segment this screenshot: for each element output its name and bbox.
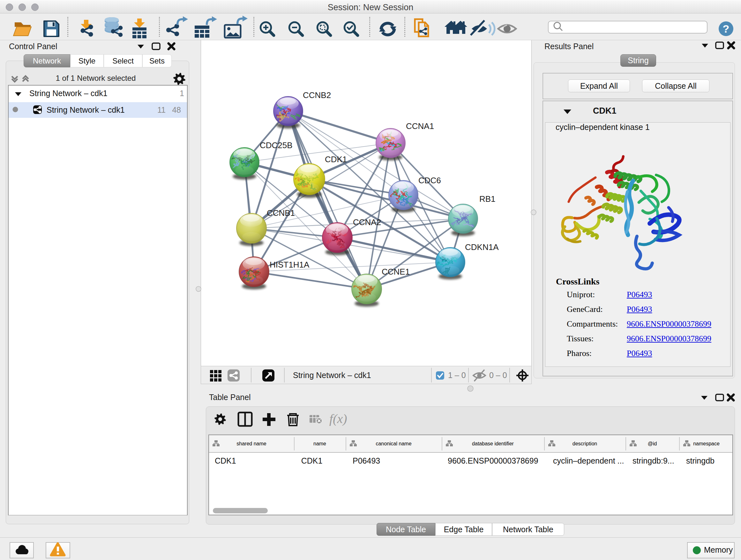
svg-text:RB1: RB1: [479, 194, 495, 204]
svg-text:HIST1H1A: HIST1H1A: [270, 260, 310, 269]
svg-text:CCNA2: CCNA2: [353, 217, 381, 227]
svg-text:CDKN1A: CDKN1A: [465, 242, 499, 252]
svg-text:CCNA1: CCNA1: [406, 121, 434, 131]
svg-text:CCNE1: CCNE1: [382, 267, 410, 276]
svg-text:CCNB2: CCNB2: [303, 90, 331, 100]
svg-text:CCNB1: CCNB1: [267, 208, 295, 218]
svg-text:CDC25B: CDC25B: [260, 140, 293, 150]
svg-text:CDC6: CDC6: [418, 176, 441, 185]
svg-text:CDK1: CDK1: [325, 154, 347, 164]
